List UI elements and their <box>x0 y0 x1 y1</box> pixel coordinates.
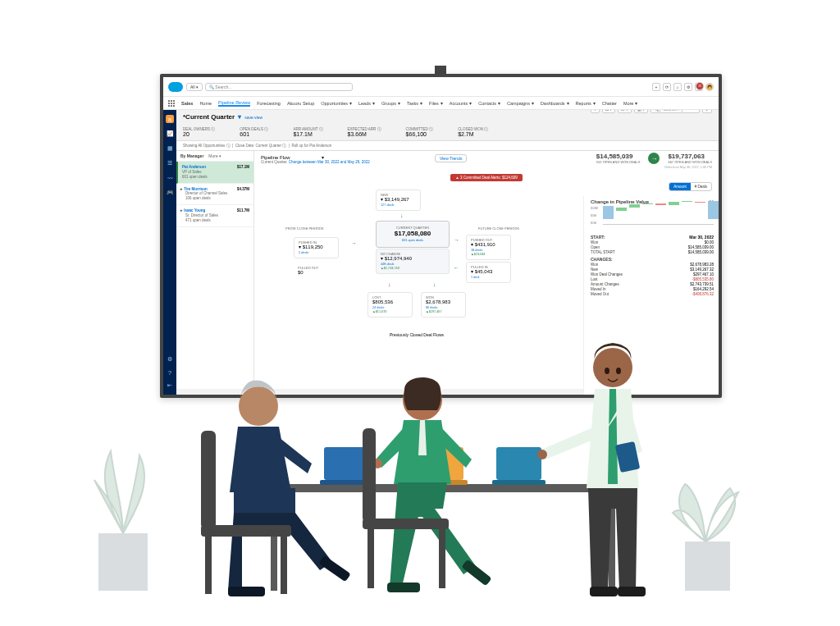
svg-rect-19 <box>281 537 287 594</box>
flow-subtitle: Current Quarter, Change between Mar 30, … <box>261 160 370 164</box>
nav-contacts[interactable]: Contacts ▾ <box>478 101 500 106</box>
avatar-icon[interactable]: 🧑 <box>705 83 714 91</box>
nav-leads[interactable]: Leads ▾ <box>358 101 375 106</box>
manager-panel-title: By Manager <box>180 153 203 158</box>
flow-box-won[interactable]: WON $2,678,983 66 deals ▲$297,467 <box>421 292 466 318</box>
nav-campaigns[interactable]: Campaigns ▾ <box>507 101 534 106</box>
refreshed-label: Refreshed May 30, 2022, 1:00 PM <box>261 166 712 169</box>
svg-rect-27 <box>439 529 445 588</box>
toolbar-refresh[interactable]: ⟳ <box>702 110 712 113</box>
rail-settings-icon[interactable]: ⚙ <box>166 355 174 363</box>
nav-opportunities[interactable]: Opportunities ▾ <box>321 101 352 106</box>
history-icon[interactable]: ⟳ <box>663 83 671 91</box>
global-header: All ▾ 🔍 Search... + ⟳ ⌂ ⚙ 🔔20 🧑 <box>163 77 719 97</box>
svg-rect-0 <box>98 533 148 591</box>
page-title-chevron-icon[interactable]: ▾ <box>238 113 241 121</box>
svg-rect-1 <box>685 541 730 591</box>
rail-activity-icon[interactable]: 〰 <box>166 174 174 182</box>
svg-rect-33 <box>590 587 618 596</box>
home-icon[interactable]: ⌂ <box>673 83 682 91</box>
svg-rect-7 <box>418 447 463 480</box>
salesforce-logo-icon <box>168 82 183 92</box>
rail-game-icon[interactable]: 🎮 <box>166 189 174 197</box>
nav-dashboards[interactable]: Dashboards ▾ <box>541 101 569 106</box>
app-nav: Sales Home Pipeline Review Forecasting A… <box>163 97 719 110</box>
flow-box-pulled-in[interactable]: PULLED IN ▾ $45,043 1 deal <box>466 262 511 283</box>
flow-box-pushed-in[interactable]: PUSHED IN ▾ $119,250 5 deals <box>294 237 339 258</box>
svg-point-21 <box>372 459 382 468</box>
svg-rect-34 <box>618 587 646 596</box>
svg-rect-26 <box>368 529 374 588</box>
svg-rect-32 <box>615 441 641 473</box>
app-launcher-icon[interactable] <box>168 100 175 107</box>
nav-files[interactable]: Files ▾ <box>429 101 443 106</box>
svg-rect-2 <box>262 484 623 492</box>
rail-collapse-icon[interactable]: ⇤ <box>166 382 174 390</box>
page-search-input[interactable]: 🔍 Search... <box>651 110 700 113</box>
svg-rect-23 <box>461 560 491 587</box>
svg-rect-17 <box>201 525 291 537</box>
nav-reports[interactable]: Reports ▾ <box>576 101 596 106</box>
breadcrumb: Showing All Opportunities ⓘ | Close Date… <box>176 141 719 151</box>
rail-table-icon[interactable]: ▦ <box>166 144 174 153</box>
svg-rect-22 <box>387 583 420 592</box>
flow-end-amount: $19,737,063 <box>668 153 712 160</box>
svg-rect-24 <box>363 428 376 523</box>
rail-list-icon[interactable]: ☰ <box>166 159 174 167</box>
setup-icon[interactable]: ⚙ <box>684 83 692 91</box>
svg-rect-18 <box>205 537 212 594</box>
save-view-link[interactable]: save view <box>244 115 262 120</box>
app-name: Sales <box>181 101 193 106</box>
nav-groups[interactable]: Groups ▾ <box>381 101 400 106</box>
nav-pipeline-review[interactable]: Pipeline Review <box>218 100 250 107</box>
flow-box-new[interactable]: NEW ▾ $3,149,267 127 deals <box>376 190 421 211</box>
svg-rect-9 <box>496 447 541 480</box>
rail-help-icon[interactable]: ? <box>166 368 174 377</box>
svg-rect-15 <box>318 555 351 583</box>
svg-rect-3 <box>271 492 277 591</box>
flow-box-current-quarter[interactable]: CURRENT QUARTER $17,058,080 601 open dea… <box>376 221 450 248</box>
svg-rect-5 <box>324 447 369 480</box>
nav-chatter[interactable]: Chatter <box>602 101 617 106</box>
nav-accounts[interactable]: Accounts ▾ <box>450 101 472 106</box>
view-trends-button[interactable]: View Trends <box>435 154 467 162</box>
manager-panel: By Manager More ▾ $17.1M Pat Anderson VP… <box>176 151 254 389</box>
svg-rect-13 <box>234 488 295 513</box>
toolbar-btn-4[interactable]: ▥ ▾ <box>634 110 648 113</box>
nav-akooru-setup[interactable]: Akooru Setup <box>287 101 314 106</box>
new-icon[interactable]: + <box>652 83 660 91</box>
toolbar-btn-1[interactable]: ▾ <box>591 110 600 113</box>
search-scope-select[interactable]: All ▾ <box>186 83 203 91</box>
notifications-icon[interactable]: 🔔20 <box>695 83 703 91</box>
left-rail: a 📈 ▦ ☰ 〰 🎮 ⚙ ? ⇤ <box>163 110 176 395</box>
svg-rect-10 <box>492 480 546 485</box>
nav-forecasting[interactable]: Forecasting <box>257 101 281 106</box>
flow-start-amount: $14,585,039 <box>596 153 641 160</box>
manager-item[interactable]: $4.37M ▸ Tim Morrison Director of Channe… <box>176 184 253 206</box>
flow-box-pulled-out[interactable]: PULLED OUT $0 <box>294 263 339 279</box>
flow-box-pushed-out[interactable]: PUSHED OUT ▾ $431,910 18 deals ▲$23,034 <box>466 235 511 260</box>
flow-box-no-change[interactable]: NO CHANGE ▾ $12,974,940 448 deals ▲$2,74… <box>376 249 450 274</box>
nav-home[interactable]: Home <box>199 101 212 106</box>
manager-more[interactable]: More ▾ <box>208 153 221 158</box>
flow-box-lost[interactable]: LOST $805,536 24 deals ▲$11,670 <box>368 292 413 318</box>
nav-more[interactable]: More ▾ <box>623 101 638 106</box>
toolbar-btn-3[interactable]: ⊟ ▾ <box>618 110 631 113</box>
pipeline-flow-panel: Pipeline Flow ▾ Current Quarter, Change … <box>254 151 719 389</box>
flow-title: Pipeline Flow ▾ <box>261 154 370 160</box>
svg-point-12 <box>268 404 273 408</box>
nav-tasks[interactable]: Tasks ▾ <box>407 101 422 106</box>
manager-item[interactable]: $11.7M ▸ Isaac Young Sr. Director of Sal… <box>176 205 253 227</box>
presentation-screen: All ▾ 🔍 Search... + ⟳ ⌂ ⚙ 🔔20 🧑 Sales Ho… <box>160 74 722 398</box>
rail-app-icon[interactable]: a <box>166 115 174 123</box>
rail-chart-icon[interactable]: 📈 <box>166 130 174 138</box>
global-search-input[interactable]: 🔍 Search... <box>205 83 353 91</box>
kpi-row: DEAL OWNERS ⓘ20 OPEN DEALS ⓘ601 ARR AMOU… <box>176 124 719 141</box>
global-search: All ▾ 🔍 Search... <box>186 83 649 91</box>
svg-rect-4 <box>609 492 615 591</box>
kpi-value: 20 <box>183 131 215 137</box>
manager-item[interactable]: $17.1M Pat Anderson VP of Sales 601 open… <box>176 162 253 184</box>
deal-alerts-badge[interactable]: ▲ 3 Committed Deal Alerts: $124,609 <box>450 174 523 181</box>
page-title: *Current Quarter <box>183 113 235 121</box>
toolbar-btn-2[interactable]: ⊞ ▾ <box>602 110 615 113</box>
